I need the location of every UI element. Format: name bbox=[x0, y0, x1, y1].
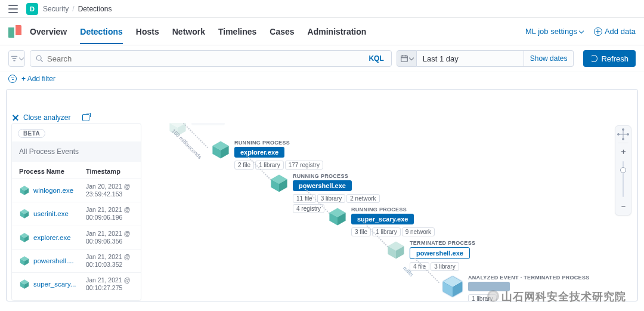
row-timestamp: Jan 20, 2021 @23:59:42.153 bbox=[86, 183, 134, 198]
proc-pill[interactable]: super_scary.exe bbox=[351, 214, 414, 224]
svg-rect-0 bbox=[11, 56, 18, 57]
node-powershell-2[interactable]: TERMINATED PROCESS powershell.exe 4 file… bbox=[386, 240, 475, 271]
stat-chip[interactable]: 9 network bbox=[402, 227, 435, 236]
svg-rect-1 bbox=[13, 58, 17, 59]
stat-chip[interactable]: 177 registry bbox=[285, 161, 323, 170]
node-super-scary[interactable]: RUNNING PROCESS super_scary.exe 3 file 1… bbox=[327, 207, 435, 236]
tab-overview[interactable]: Overview bbox=[30, 20, 67, 44]
proc-pill[interactable]: powershell.exe bbox=[293, 180, 352, 191]
search-icon bbox=[35, 54, 44, 63]
date-range-display[interactable]: Last 1 day bbox=[417, 50, 524, 67]
cube-icon bbox=[327, 207, 348, 227]
stat-chip[interactable]: 2 network bbox=[346, 194, 379, 203]
query-filter-button[interactable] bbox=[8, 50, 25, 67]
add-data-label: Add data bbox=[605, 27, 636, 36]
refresh-label: Refresh bbox=[601, 54, 628, 63]
cube-icon bbox=[19, 232, 30, 243]
proc-pill[interactable] bbox=[468, 282, 510, 291]
security-app-icon bbox=[8, 25, 21, 38]
analyzer-canvas[interactable]: 160 milliseconds RUNNING PROCESS explore… bbox=[141, 123, 637, 301]
ml-job-settings-label: ML job settings bbox=[525, 27, 577, 36]
zoom-control: ＋ － bbox=[615, 125, 631, 215]
refresh-button[interactable]: Refresh bbox=[583, 50, 636, 67]
proc-state: RUNNING PROCESS bbox=[351, 207, 407, 213]
zoom-out-button[interactable]: － bbox=[617, 201, 629, 213]
kql-label[interactable]: KQL bbox=[369, 54, 386, 63]
table-row[interactable]: winlogon.exeJan 20, 2021 @23:59:42.153 bbox=[12, 178, 141, 202]
stat-chip[interactable]: 3 file bbox=[351, 227, 371, 236]
cube-icon bbox=[210, 140, 231, 160]
row-timestamp: Jan 21, 2021 @00:10:03.352 bbox=[86, 253, 134, 269]
zoom-in-button[interactable]: ＋ bbox=[617, 146, 629, 158]
row-timestamp: Jan 21, 2021 @00:09:06.196 bbox=[86, 206, 134, 221]
table-row[interactable]: explorer.exeJan 21, 2021 @00:09:06.356 bbox=[12, 226, 141, 249]
cube-icon bbox=[269, 173, 289, 193]
date-picker-button[interactable] bbox=[397, 50, 417, 67]
proc-state: RUNNING PROCESS bbox=[293, 173, 348, 179]
proc-state: TERMINATED PROCESS bbox=[410, 240, 475, 246]
node-explorer[interactable]: RUNNING PROCESS explorer.exe 2 file 1 li… bbox=[210, 140, 323, 170]
filter-icon[interactable] bbox=[8, 75, 17, 83]
chevron-down-icon bbox=[409, 56, 414, 60]
row-process-name: powershell.... bbox=[33, 257, 86, 264]
row-process-name: explorer.exe bbox=[33, 234, 86, 241]
refresh-icon bbox=[590, 55, 597, 62]
table-row[interactable]: super_scary...Jan 21, 2021 @00:10:27.275 bbox=[12, 272, 141, 295]
chevron-down-icon bbox=[19, 56, 24, 60]
proc-pill[interactable]: explorer.exe bbox=[234, 147, 284, 158]
col-process-name: Process Name bbox=[19, 168, 86, 175]
tab-hosts[interactable]: Hosts bbox=[136, 20, 159, 44]
row-process-name: super_scary... bbox=[33, 281, 86, 288]
show-dates-button[interactable]: Show dates bbox=[524, 50, 574, 67]
popout-icon[interactable] bbox=[82, 114, 89, 121]
close-icon[interactable] bbox=[13, 115, 18, 121]
svg-line-4 bbox=[41, 60, 42, 61]
add-filter-button[interactable]: + Add filter bbox=[21, 75, 55, 83]
cube-icon bbox=[19, 279, 30, 290]
tab-timelines[interactable]: Timelines bbox=[218, 20, 256, 44]
ml-job-settings-link[interactable]: ML job settings bbox=[525, 27, 583, 36]
svg-rect-2 bbox=[13, 60, 16, 61]
beta-badge: BETA bbox=[18, 129, 45, 138]
tab-cases[interactable]: Cases bbox=[270, 20, 294, 44]
filter-toggle-icon bbox=[10, 54, 18, 63]
zoom-center-button[interactable] bbox=[617, 128, 629, 140]
zoom-slider-thumb[interactable] bbox=[620, 167, 626, 173]
chevron-down-icon bbox=[579, 28, 584, 33]
tab-administration[interactable]: Administration bbox=[308, 20, 367, 44]
cube-icon bbox=[441, 275, 465, 298]
stat-chip[interactable]: 4 registry bbox=[293, 204, 324, 213]
svg-rect-5 bbox=[401, 56, 408, 62]
breadcrumb-security[interactable]: Security bbox=[43, 5, 69, 13]
search-input-wrapper[interactable]: KQL bbox=[30, 50, 392, 67]
proc-state: RUNNING PROCESS bbox=[234, 140, 290, 146]
cube-icon bbox=[19, 208, 30, 219]
table-row[interactable]: powershell....Jan 21, 2021 @00:10:03.352 bbox=[12, 249, 141, 272]
tab-detections[interactable]: Detections bbox=[80, 20, 123, 44]
cube-icon bbox=[19, 185, 30, 196]
col-timestamp: Timestamp bbox=[86, 168, 134, 175]
app-logo[interactable]: D bbox=[26, 3, 38, 15]
proc-state: ANALYZED EVENT · TERMINATED PROCESS bbox=[468, 275, 590, 281]
calendar-icon bbox=[400, 54, 408, 63]
breadcrumb-detections[interactable]: Detections bbox=[78, 5, 112, 13]
proc-pill[interactable]: powershell.exe bbox=[410, 247, 470, 259]
table-row[interactable]: userinit.exeJan 21, 2021 @00:09:06.196 bbox=[12, 202, 141, 225]
add-data-link[interactable]: Add data bbox=[594, 27, 636, 36]
breadcrumb: Security / Detections bbox=[43, 5, 112, 13]
crosshair-icon bbox=[617, 128, 629, 140]
tab-network[interactable]: Network bbox=[172, 20, 205, 44]
close-analyzer-button[interactable]: Close analyzer bbox=[23, 113, 70, 122]
panel-title: All Process Events bbox=[12, 141, 141, 162]
stat-chip[interactable]: 1 library bbox=[468, 294, 497, 301]
stat-chip[interactable]: 2 file bbox=[234, 161, 254, 170]
stat-chip[interactable]: 3 library bbox=[317, 194, 346, 203]
zoom-slider[interactable] bbox=[623, 161, 624, 197]
node-analyzed[interactable]: ANALYZED EVENT · TERMINATED PROCESS 1 li… bbox=[441, 275, 590, 301]
process-events-panel: BETA All Process Events Process Name Tim… bbox=[11, 123, 141, 301]
search-input[interactable] bbox=[47, 54, 369, 63]
hamburger-menu-icon[interactable] bbox=[8, 5, 18, 13]
cube-icon bbox=[19, 255, 30, 266]
breadcrumb-separator-icon: / bbox=[72, 5, 74, 13]
stat-chip[interactable]: 3 library bbox=[431, 262, 459, 271]
